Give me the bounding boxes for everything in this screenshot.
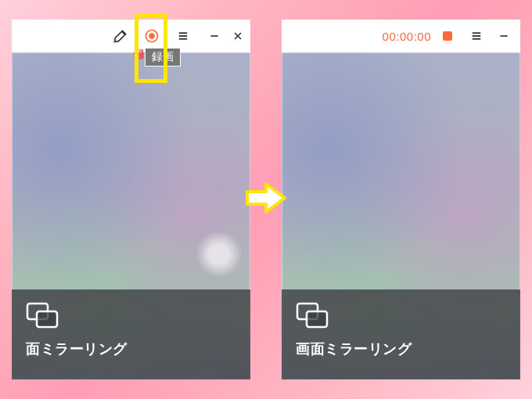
svg-rect-16 [307,311,327,327]
close-button[interactable] [230,20,246,52]
app-window-recording: 00:00:00 画面ミラーリング [282,20,520,379]
minimize-button[interactable] [199,20,230,52]
arrow-icon [244,179,288,220]
toolbar [12,20,250,52]
stop-button[interactable] [434,20,461,52]
svg-rect-10 [443,31,452,41]
screen-mirroring-icon [296,302,506,332]
screen-mirroring-label: 面ミラーリング [26,340,236,358]
minimize-button[interactable] [492,20,516,52]
bottom-bar: 面ミラーリング [12,289,250,379]
minimize-icon [498,30,510,42]
screen-mirroring-icon [26,302,236,332]
brush-icon [113,28,128,44]
tooltip-badge: 録 [134,48,145,62]
record-icon [144,28,160,44]
stop-icon [440,29,455,43]
assistive-touch-icon[interactable] [196,231,243,278]
menu-button[interactable] [461,20,492,52]
toolbar: 00:00:00 [282,20,520,52]
menu-icon [176,29,190,43]
svg-point-1 [149,33,155,39]
bottom-bar: 画面ミラーリング [282,289,520,379]
screen-mirroring-label: 画面ミラーリング [296,340,506,358]
record-tooltip: 録画 [145,48,181,66]
minimize-icon [208,30,221,42]
recording-timer: 00:00:00 [383,30,431,43]
menu-icon [469,29,483,43]
app-window-before: 録 録画 面ミラーリング [12,20,250,379]
svg-rect-9 [37,311,57,327]
close-icon [232,30,244,42]
brush-button[interactable] [105,20,136,52]
